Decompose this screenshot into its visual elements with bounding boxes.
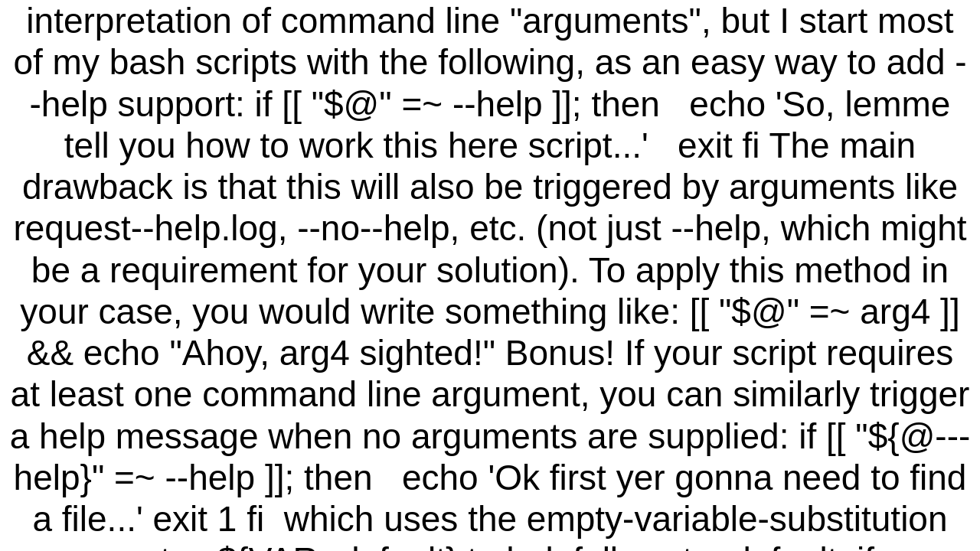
main-text: interpretation of command line "argument… [8,0,972,551]
content-area: interpretation of command line "argument… [0,0,980,551]
